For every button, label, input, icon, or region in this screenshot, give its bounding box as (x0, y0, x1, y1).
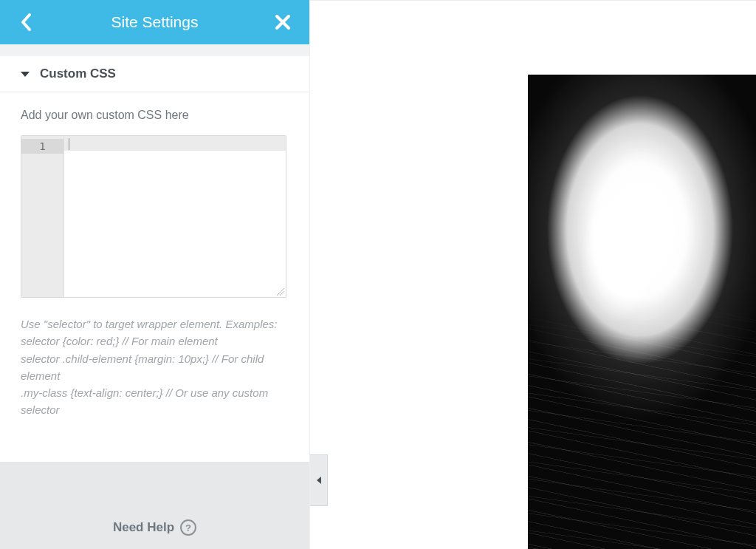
close-button[interactable] (272, 12, 293, 33)
text-cursor (69, 138, 69, 150)
section-body: Add your own custom CSS here 1 Use "sele… (0, 92, 309, 440)
panel-gap (0, 44, 309, 56)
code-area[interactable] (64, 136, 286, 297)
preview-image (528, 75, 756, 549)
panel-footer: Need Help ? (0, 462, 309, 549)
panel-title: Site Settings (37, 13, 272, 31)
chevron-left-icon (317, 477, 321, 484)
settings-panel: Site Settings Custom CSS Add your own cu… (0, 0, 310, 549)
collapse-panel-handle[interactable] (310, 454, 328, 506)
panel-header: Site Settings (0, 0, 309, 44)
section-toggle-custom-css[interactable]: Custom CSS (0, 56, 309, 92)
need-help-label: Need Help (113, 520, 174, 535)
help-text: Use "selector" to target wrapper element… (21, 316, 286, 419)
need-help-link[interactable]: Need Help ? (113, 519, 196, 536)
question-mark-icon: ? (180, 519, 196, 536)
chevron-left-icon (20, 13, 33, 32)
code-gutter: 1 (21, 136, 64, 297)
caret-down-icon (21, 72, 30, 77)
section-label: Add your own custom CSS here (21, 109, 289, 122)
line-number: 1 (21, 139, 63, 154)
preview-canvas[interactable] (310, 0, 756, 549)
back-button[interactable] (16, 12, 37, 33)
close-icon (275, 14, 291, 30)
section-title: Custom CSS (40, 67, 116, 81)
custom-css-editor[interactable]: 1 (21, 135, 286, 298)
